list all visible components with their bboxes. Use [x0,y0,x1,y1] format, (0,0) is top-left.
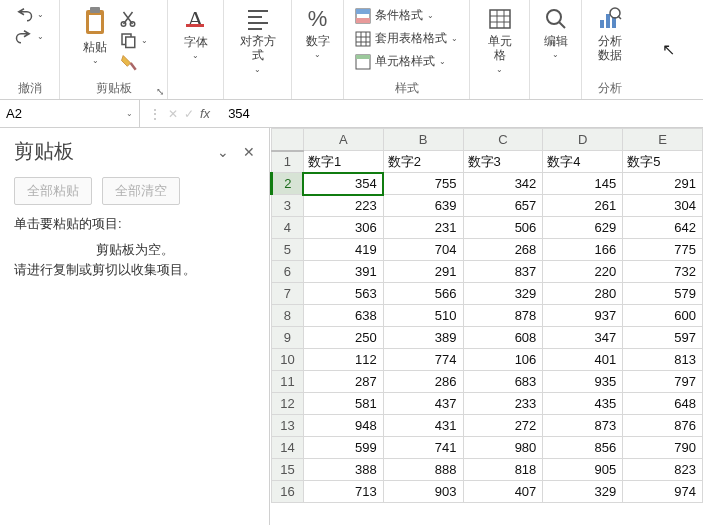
cell[interactable]: 905 [543,459,623,481]
undo-button[interactable]: ⌄ [13,4,46,24]
cell[interactable]: 220 [543,261,623,283]
cell[interactable]: 704 [383,239,463,261]
cell[interactable]: 435 [543,393,623,415]
cell[interactable]: 106 [463,349,543,371]
row-header[interactable]: 3 [272,195,304,217]
row-header[interactable]: 14 [272,437,304,459]
cell[interactable]: 642 [623,217,703,239]
cell[interactable]: 648 [623,393,703,415]
cell[interactable]: 608 [463,327,543,349]
cell[interactable]: 797 [623,371,703,393]
cell[interactable]: 数字4 [543,151,623,173]
cell[interactable]: 261 [543,195,623,217]
cells-dropdown[interactable]: 单元格 ⌄ [478,4,521,76]
cell[interactable]: 419 [303,239,383,261]
chevron-down-icon[interactable]: ⌄ [126,109,133,118]
align-dropdown[interactable]: 对齐方式 ⌄ [232,4,283,76]
row-header[interactable]: 10 [272,349,304,371]
cell[interactable]: 597 [623,327,703,349]
cell[interactable]: 286 [383,371,463,393]
cell[interactable]: 888 [383,459,463,481]
fx-more-icon[interactable]: ⋮ [148,106,162,122]
col-header[interactable]: D [543,129,623,151]
cell[interactable]: 948 [303,415,383,437]
row-header[interactable]: 4 [272,217,304,239]
select-all-corner[interactable] [272,129,304,151]
cell[interactable]: 145 [543,173,623,195]
cell[interactable]: 937 [543,305,623,327]
cell[interactable]: 741 [383,437,463,459]
enter-icon[interactable]: ✓ [184,107,194,121]
col-header[interactable]: B [383,129,463,151]
cell[interactable]: 579 [623,283,703,305]
clear-all-button[interactable]: 全部清空 [102,177,180,205]
cell[interactable]: 818 [463,459,543,481]
row-header[interactable]: 6 [272,261,304,283]
cell[interactable]: 数字3 [463,151,543,173]
cell[interactable]: 388 [303,459,383,481]
cell[interactable]: 112 [303,349,383,371]
font-dropdown[interactable]: A 字体 ⌄ [180,4,212,62]
col-header[interactable]: E [623,129,703,151]
row-header[interactable]: 1 [272,151,304,173]
cell[interactable]: 732 [623,261,703,283]
cut-button[interactable] [117,8,150,28]
cell[interactable]: 数字1 [303,151,383,173]
cell[interactable]: 856 [543,437,623,459]
row-header[interactable]: 2 [272,173,304,195]
cell[interactable]: 233 [463,393,543,415]
cell[interactable]: 287 [303,371,383,393]
cell[interactable]: 903 [383,481,463,503]
cell[interactable]: 775 [623,239,703,261]
cell[interactable]: 401 [543,349,623,371]
cond-format-button[interactable]: 条件格式⌄ [353,6,460,25]
cell[interactable]: 407 [463,481,543,503]
row-header[interactable]: 15 [272,459,304,481]
cell[interactable]: 755 [383,173,463,195]
cell[interactable]: 774 [383,349,463,371]
cell[interactable]: 数字2 [383,151,463,173]
row-header[interactable]: 8 [272,305,304,327]
cell[interactable]: 329 [543,481,623,503]
analyze-data-button[interactable]: 分析 数据 [593,4,627,65]
cell[interactable]: 563 [303,283,383,305]
cell[interactable]: 837 [463,261,543,283]
cell[interactable]: 657 [463,195,543,217]
cell[interactable]: 813 [623,349,703,371]
cell[interactable]: 329 [463,283,543,305]
cell[interactable]: 291 [623,173,703,195]
fx-icon[interactable]: fx [200,106,210,121]
cell[interactable]: 974 [623,481,703,503]
cell[interactable]: 342 [463,173,543,195]
name-box[interactable]: ⌄ [0,100,140,127]
cell[interactable]: 166 [543,239,623,261]
cell[interactable]: 354 [303,173,383,195]
cell[interactable]: 873 [543,415,623,437]
cell[interactable]: 510 [383,305,463,327]
cell[interactable]: 389 [383,327,463,349]
copy-button[interactable]: ⌄ [117,30,150,50]
cell[interactable]: 600 [623,305,703,327]
col-header[interactable]: C [463,129,543,151]
cell[interactable]: 数字5 [623,151,703,173]
cell-style-button[interactable]: 单元格样式⌄ [353,52,460,71]
cell[interactable]: 629 [543,217,623,239]
cell[interactable]: 437 [383,393,463,415]
number-dropdown[interactable]: % 数字 ⌄ [301,4,335,61]
cell[interactable]: 876 [623,415,703,437]
cell[interactable]: 581 [303,393,383,415]
collapse-icon[interactable]: ⌄ [217,144,229,160]
cell[interactable]: 231 [383,217,463,239]
cell[interactable]: 878 [463,305,543,327]
row-header[interactable]: 7 [272,283,304,305]
cell[interactable]: 506 [463,217,543,239]
row-header[interactable]: 13 [272,415,304,437]
spreadsheet-grid[interactable]: ABCDE1数字1数字2数字3数字4数字52354755342145291322… [270,128,703,525]
cell[interactable]: 980 [463,437,543,459]
redo-button[interactable]: ⌄ [13,26,46,46]
editing-dropdown[interactable]: 编辑 ⌄ [539,4,573,61]
cancel-icon[interactable]: ✕ [168,107,178,121]
cell[interactable]: 280 [543,283,623,305]
cell[interactable]: 291 [383,261,463,283]
cell[interactable]: 713 [303,481,383,503]
